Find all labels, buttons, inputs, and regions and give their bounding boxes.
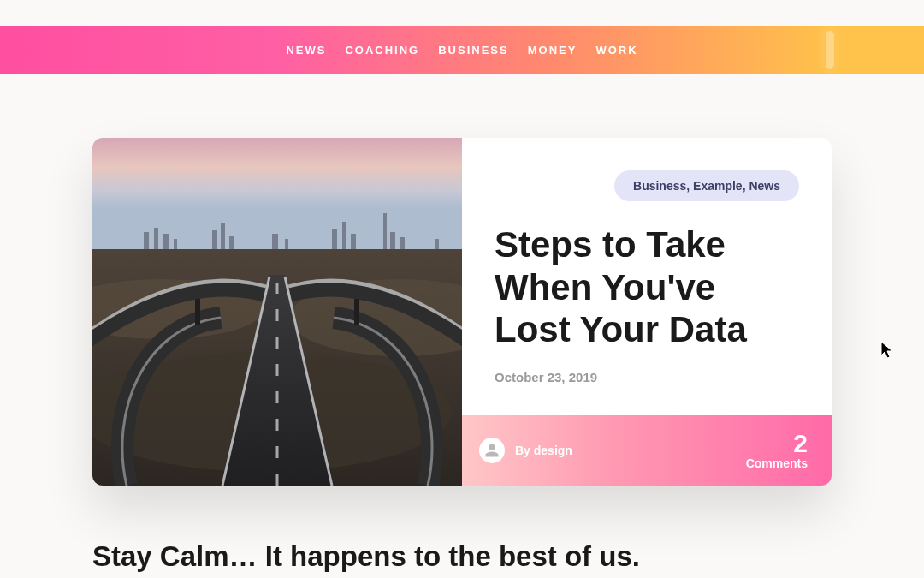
post-card: Business, Example, News Steps to Take Wh… (92, 138, 832, 486)
comments-label: Comments (746, 456, 808, 470)
svg-rect-25 (354, 299, 359, 325)
post-footer: By design 2 Comments (462, 415, 832, 486)
post-author[interactable]: By design (479, 438, 572, 463)
post-title[interactable]: Steps to Take When You've Lost Your Data (495, 223, 799, 351)
top-nav-bar: NEWS COACHING BUSINESS MONEY WORK (0, 26, 924, 74)
nav-item-money[interactable]: MONEY (528, 44, 578, 57)
user-icon (484, 443, 500, 458)
nav-item-business[interactable]: BUSINESS (438, 44, 508, 57)
nav-item-news[interactable]: NEWS (286, 44, 326, 57)
post-comments[interactable]: 2 Comments (746, 431, 808, 470)
post-date: October 23, 2019 (495, 370, 799, 384)
section-heading: Stay Calm… It happens to the best of us. (0, 486, 924, 573)
post-author-label: By design (515, 444, 572, 457)
post-featured-image (92, 138, 462, 486)
avatar (479, 438, 505, 463)
svg-rect-6 (221, 223, 225, 253)
primary-nav: NEWS COACHING BUSINESS MONEY WORK (286, 44, 637, 57)
comments-count: 2 (746, 431, 808, 456)
post-categories-pill[interactable]: Business, Example, News (614, 170, 799, 201)
nav-item-work[interactable]: WORK (595, 44, 637, 57)
svg-rect-24 (195, 299, 200, 325)
svg-rect-13 (383, 213, 387, 253)
svg-rect-11 (342, 222, 346, 253)
nav-item-coaching[interactable]: COACHING (345, 44, 419, 57)
featured-image-svg (92, 138, 462, 486)
